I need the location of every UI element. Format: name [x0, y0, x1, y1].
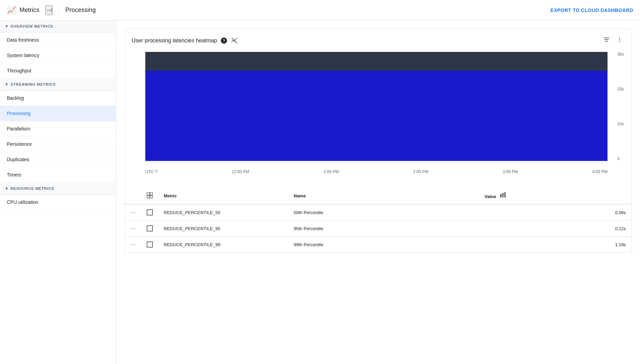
row-checkbox[interactable] [147, 241, 153, 248]
filter-button[interactable] [601, 34, 612, 46]
col-header-metric: Metric [158, 188, 288, 204]
sidebar-item-data-freshness[interactable]: Data freshness [0, 32, 116, 48]
page-title: Processing [65, 6, 96, 14]
row-value-0: 0.06s [479, 204, 631, 221]
heatmap-background [145, 52, 608, 168]
svg-rect-11 [147, 196, 149, 198]
heatmap-dark-band [145, 52, 608, 71]
chevron-down-icon: ▾ [5, 82, 8, 87]
y-label-10s: 10s [617, 122, 624, 126]
row-metric-1: REDUCE_PERCENTILE_95 [158, 221, 288, 237]
sidebar-item-processing[interactable]: Processing [0, 106, 116, 121]
section-label: RESOURCE METRICS [11, 186, 54, 191]
chevron-down-icon: ▾ [5, 186, 8, 191]
sidebar-section-overview[interactable]: ▾ OVERVIEW METRICS [0, 20, 116, 32]
sidebar-section-resource[interactable]: ▾ RESOURCE METRICS [0, 183, 116, 195]
main-content: User processing latencies heatmap ? [116, 20, 640, 364]
section-label: STREAMING METRICS [11, 82, 56, 86]
metric-col-label: Metric [164, 193, 177, 198]
col-header-name: Name [288, 188, 479, 204]
table-row: — REDUCE_PERCENTILE_95 95th Percentile 0… [125, 221, 631, 237]
row-value-1: 0.12s [479, 221, 631, 237]
col-header-value: Value [479, 188, 631, 204]
svg-point-7 [619, 39, 620, 40]
dash-icon: — [130, 225, 136, 231]
x-label-300pm: 3:00 PM [503, 169, 518, 174]
row-name-1: 95th Percentile [288, 221, 479, 237]
sidebar-item-persistence[interactable]: Persistence [0, 137, 116, 152]
x-label-400pm: 4:00 PM [592, 169, 608, 174]
export-to-cloud-dashboard-button[interactable]: EXPORT TO CLOUD DASHBOARD [550, 8, 633, 13]
no-data-icon-button[interactable] [231, 37, 238, 44]
row-name-0: 50th Percentile [288, 204, 479, 221]
heatmap-blue-band [145, 71, 608, 161]
dash-icon: — [130, 241, 136, 247]
header-divider [59, 6, 59, 14]
app-title: Metrics [19, 6, 39, 14]
table-row: — REDUCE_PERCENTILE_50 50th Percentile 0… [125, 204, 631, 221]
svg-rect-13 [500, 194, 502, 197]
chart-title-row: User processing latencies heatmap ? [132, 37, 238, 44]
sidebar-item-system-latency[interactable]: System latency [0, 48, 116, 63]
more-options-button[interactable] [614, 34, 625, 46]
chart-actions [601, 34, 625, 46]
heatmap-thin-line [145, 161, 608, 162]
col-header-dash [125, 188, 141, 204]
row-checkbox-2[interactable] [141, 237, 158, 253]
row-checkbox[interactable] [147, 225, 153, 232]
sidebar-section-streaming[interactable]: ▾ STREAMING METRICS [0, 79, 116, 90]
sidebar-item-cpu-utilization[interactable]: CPU utilization [0, 195, 116, 210]
svg-rect-12 [150, 196, 152, 198]
heatmap-container: 30s 20s 10s 0 UTC-7 12:00 PM 1:00 PM 2:0… [125, 52, 631, 188]
chart-help-button[interactable]: ? [221, 37, 227, 44]
chart-title: User processing latencies heatmap [132, 38, 217, 44]
header-left: 📈 Metrics ⊣ Processing [7, 5, 96, 15]
metrics-line-icon [231, 37, 238, 44]
more-vert-icon [616, 36, 623, 43]
row-dash-0: — [125, 204, 141, 221]
sidebar-item-timers[interactable]: Timers [0, 167, 116, 183]
sidebar: ▾ OVERVIEW METRICS Data freshnessSystem … [0, 20, 116, 364]
heatmap-chart: 30s 20s 10s 0 [145, 52, 608, 168]
row-metric-0: REDUCE_PERCENTILE_50 [158, 204, 288, 221]
row-dash-1: — [125, 221, 141, 237]
section-label: OVERVIEW METRICS [11, 24, 53, 28]
metrics-logo-icon: 📈 [7, 6, 16, 15]
sidebar-item-duplicates[interactable]: Duplicates [0, 152, 116, 167]
col-header-checkbox [141, 188, 158, 204]
chart-header: User processing latencies heatmap ? [125, 29, 631, 52]
table-grid-icon [147, 194, 153, 199]
value-col-label: Value [484, 194, 496, 199]
collapse-sidebar-button[interactable]: ⊣ [45, 5, 53, 15]
y-label-20s: 20s [617, 87, 624, 92]
name-col-label: Name [294, 193, 306, 198]
dash-icon: — [130, 209, 136, 215]
x-label-100pm: 1:00 PM [323, 169, 339, 174]
row-checkbox[interactable] [147, 209, 153, 215]
y-axis: 30s 20s 10s 0 [617, 52, 624, 161]
x-label-200pm: 2:00 PM [413, 169, 428, 174]
chevron-down-icon: ▾ [5, 24, 8, 29]
svg-rect-10 [150, 193, 152, 195]
help-icon: ? [221, 37, 227, 44]
sidebar-item-throughput[interactable]: Throughput [0, 63, 116, 79]
svg-point-8 [619, 41, 620, 42]
x-label-1200pm: 12:00 PM [232, 169, 249, 174]
svg-rect-14 [502, 193, 504, 197]
row-checkbox-0[interactable] [141, 204, 158, 221]
row-value-2: 1.19s [479, 237, 631, 253]
column-chart-icon[interactable] [500, 193, 506, 199]
chart-card: User processing latencies heatmap ? [124, 29, 632, 253]
svg-text:?: ? [223, 38, 225, 43]
x-axis: UTC-7 12:00 PM 1:00 PM 2:00 PM 3:00 PM 4… [145, 169, 608, 174]
sidebar-item-parallelism[interactable]: Parallelism [0, 121, 116, 137]
filter-icon [603, 36, 610, 43]
svg-rect-15 [504, 192, 506, 197]
row-dash-2: — [125, 237, 141, 253]
row-name-2: 99th Percentile [288, 237, 479, 253]
row-checkbox-1[interactable] [141, 221, 158, 237]
row-metric-2: REDUCE_PERCENTILE_99 [158, 237, 288, 253]
svg-rect-9 [147, 193, 149, 195]
sidebar-item-backlog[interactable]: Backlog [0, 90, 116, 106]
x-label-timezone: UTC-7 [145, 169, 157, 174]
